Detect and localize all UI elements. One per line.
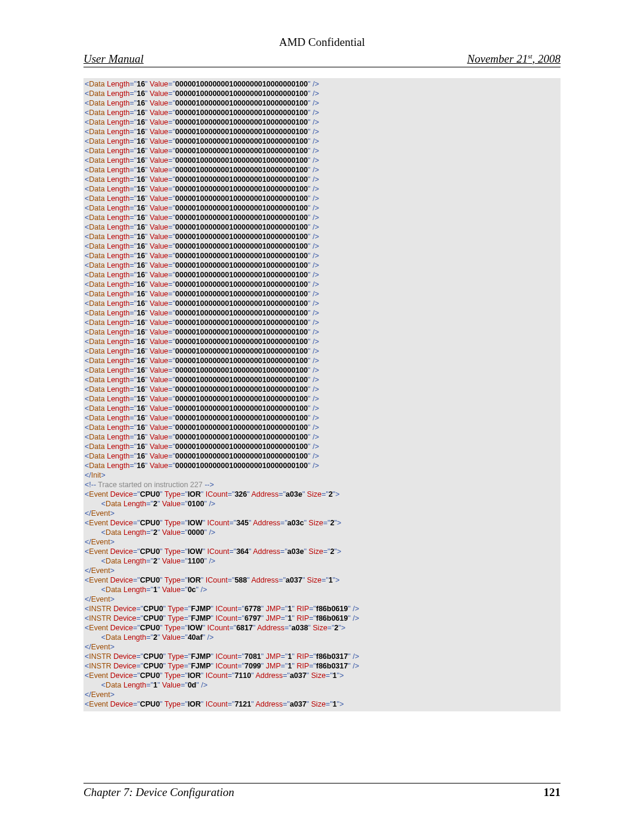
header-date-prefix: November 21 <box>467 52 528 65</box>
footer-chapter: Chapter 7: Device Configuration <box>83 786 234 799</box>
page-footer: Chapter 7: Device Configuration 121 <box>83 783 561 799</box>
xml-code-block: <Data Length="16" Value="000001000000010… <box>83 78 561 711</box>
header-date-sup: st <box>528 52 532 60</box>
header-left: User Manual <box>83 52 144 66</box>
header-date-suffix: , 2008 <box>532 52 561 65</box>
footer-page-number: 121 <box>544 786 561 799</box>
header-right: November 21st, 2008 <box>467 52 561 66</box>
document-page: AMD Confidential User Manual November 21… <box>0 0 644 823</box>
confidential-label: AMD Confidential <box>83 36 561 49</box>
page-header: User Manual November 21st, 2008 <box>83 52 561 67</box>
